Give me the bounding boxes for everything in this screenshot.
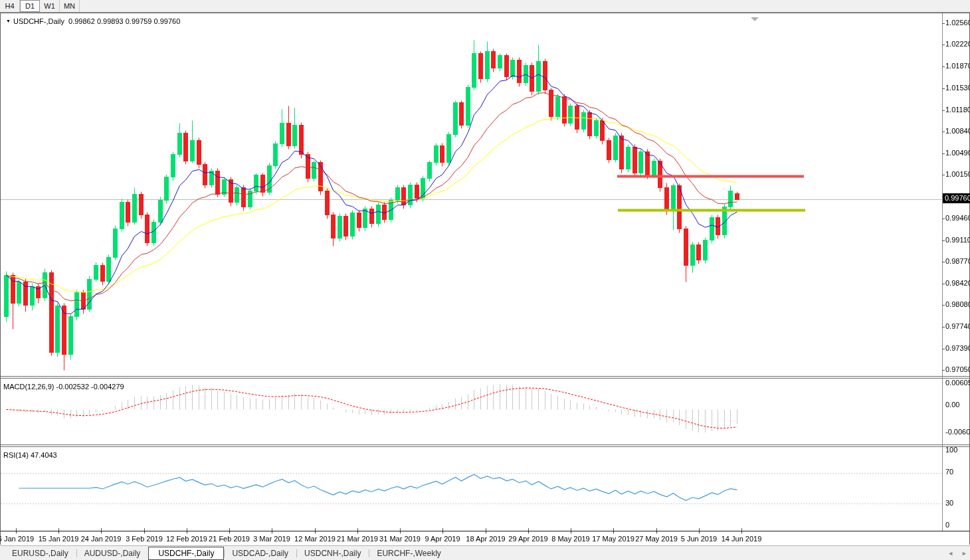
date-axis-label: 9 Apr 2019	[425, 535, 460, 543]
period-button-h4[interactable]: H4	[0, 0, 20, 12]
rsi-axis-label: 0	[945, 521, 949, 529]
current-price-badge: 0.99760	[943, 193, 970, 203]
price-axis-label: 0.97740	[945, 322, 970, 330]
date-axis-tick	[486, 531, 486, 533]
period-toolbar: H4D1W1MN	[0, 0, 970, 13]
chart-symbol-label: USDCHF-,Daily	[13, 17, 64, 25]
price-axis-label: 0.98420	[945, 279, 970, 287]
date-axis-tick	[442, 531, 443, 533]
price-axis-tick	[942, 284, 945, 284]
price-axis-label: 0.99460	[945, 214, 970, 222]
date-axis-label: 14 Jun 2019	[722, 535, 762, 543]
date-axis-tick	[699, 531, 700, 533]
chart-title-arrow-icon[interactable]: ▼	[6, 19, 11, 23]
period-button-w1[interactable]: W1	[40, 0, 60, 12]
date-axis-tick	[315, 531, 316, 533]
price-axis-label: 1.00840	[945, 127, 970, 135]
date-axis-label: 17 May 2019	[592, 535, 634, 543]
price-axis-label: 1.00490	[945, 149, 970, 157]
price-axis-separator	[942, 13, 943, 544]
rsi-axis-label: 100	[945, 446, 957, 454]
chart-shift-marker-icon[interactable]	[751, 17, 759, 21]
price-axis-label: 0.98770	[945, 257, 970, 265]
price-axis-tick	[942, 45, 945, 45]
rsi-panel-canvas[interactable]	[1, 448, 942, 531]
date-axis-tick	[16, 531, 17, 533]
date-axis-label: 15 Jan 2019	[39, 535, 79, 543]
date-axis-tick	[101, 531, 102, 533]
tab-scroll-left-button[interactable]: ◄	[947, 550, 953, 557]
price-axis-tick	[942, 305, 945, 306]
date-axis-tick	[144, 531, 145, 533]
date-axis-label: 8 May 2019	[551, 535, 589, 543]
price-axis-tick	[942, 327, 945, 327]
price-axis-label: 1.00150	[945, 170, 970, 178]
rsi-axis-label: 70	[945, 468, 953, 476]
tab-eurchf[interactable]: EURCHF-,Weekly	[369, 547, 448, 559]
date-axis-tick	[400, 531, 401, 533]
rsi-value: 47.4043	[31, 451, 57, 459]
date-axis-tick	[357, 531, 358, 533]
date-axis[interactable]: 6 Jan 201915 Jan 201924 Jan 20193 Feb 20…	[1, 531, 969, 545]
date-axis-tick	[58, 531, 59, 533]
date-axis-label: 21 Feb 2019	[209, 535, 250, 543]
date-axis-label: 29 Apr 2019	[508, 535, 547, 543]
tab-usdchf[interactable]: USDCHF-,Daily	[148, 547, 224, 560]
price-axis-tick	[942, 219, 945, 219]
date-axis-label: 5 Jun 2019	[681, 535, 717, 543]
price-axis-label: 1.01530	[945, 84, 970, 92]
macd-value-signal: -0.004279	[91, 383, 124, 391]
price-axis-tick	[942, 370, 945, 371]
symbol-tab-bar: EURUSD-,DailyAUDUSD-,DailyUSDCHF-,DailyU…	[0, 545, 970, 560]
period-button-d1[interactable]: D1	[20, 0, 40, 12]
period-button-mn[interactable]: MN	[60, 0, 80, 12]
price-axis-tick	[942, 175, 945, 175]
date-axis-label: 3 Feb 2019	[126, 535, 163, 543]
ohlc-open: 0.99862	[68, 17, 95, 25]
date-axis-tick	[613, 531, 614, 533]
macd-label: MACD(12,26,9) -0.002532 -0.004279	[3, 383, 124, 391]
price-axis-label: 1.01180	[945, 106, 970, 114]
date-axis-tick	[272, 531, 272, 533]
price-axis-tick	[942, 66, 945, 67]
date-axis-label: 12 Mar 2019	[294, 535, 336, 543]
price-axis-tick	[942, 262, 945, 262]
date-axis-label: 27 May 2019	[635, 535, 678, 543]
panel-divider[interactable]	[1, 376, 969, 379]
price-chart-canvas[interactable]	[1, 13, 942, 377]
tab-usdcnh[interactable]: USDCNH-,Daily	[296, 547, 369, 559]
price-axis-tick	[942, 110, 945, 111]
rsi-axis-label: 30	[945, 499, 953, 507]
tab-audusd[interactable]: AUDUSD-,Daily	[76, 547, 149, 559]
tab-usdcad[interactable]: USDCAD-,Daily	[224, 547, 296, 559]
tab-scroll-right-button[interactable]: ►	[961, 550, 967, 557]
macd-panel-canvas[interactable]	[1, 379, 942, 445]
panel-divider[interactable]	[1, 444, 969, 447]
date-axis-label: 12 Feb 2019	[166, 535, 207, 543]
macd-value-main: -0.002532	[56, 383, 89, 391]
chart-window: ▼USDCHF-,Daily 0.99862 0.99893 0.99759 0…	[0, 13, 970, 545]
date-axis-tick	[741, 531, 742, 533]
date-axis-tick	[656, 531, 657, 533]
date-axis-tick	[187, 531, 187, 533]
price-axis-tick	[942, 132, 945, 132]
price-axis-tick	[942, 153, 945, 154]
date-axis-label: 31 Mar 2019	[379, 535, 421, 543]
price-axis-label: 0.98080	[945, 300, 970, 308]
rsi-label: RSI(14) 47.4043	[3, 451, 57, 459]
date-axis-label: 6 Jan 2019	[0, 535, 34, 543]
price-axis-tick	[942, 88, 945, 89]
price-axis-label: 0.97390	[945, 344, 970, 352]
macd-axis-label: 0.006058	[945, 379, 970, 387]
price-axis-label: 1.02560	[945, 19, 970, 27]
date-axis-tick	[571, 531, 571, 533]
date-axis-label: 24 Jan 2019	[81, 535, 122, 543]
price-axis-label: 0.99110	[945, 236, 970, 244]
date-axis-label: 21 Mar 2019	[337, 535, 378, 543]
price-axis-tick	[942, 240, 945, 241]
ohlc-low: 0.99759	[126, 17, 152, 25]
date-axis-tick	[528, 531, 529, 533]
macd-axis-label: 0.00	[945, 401, 959, 409]
date-axis-label: 3 Mar 2019	[253, 535, 290, 543]
tab-eurusd[interactable]: EURUSD-,Daily	[4, 547, 76, 559]
